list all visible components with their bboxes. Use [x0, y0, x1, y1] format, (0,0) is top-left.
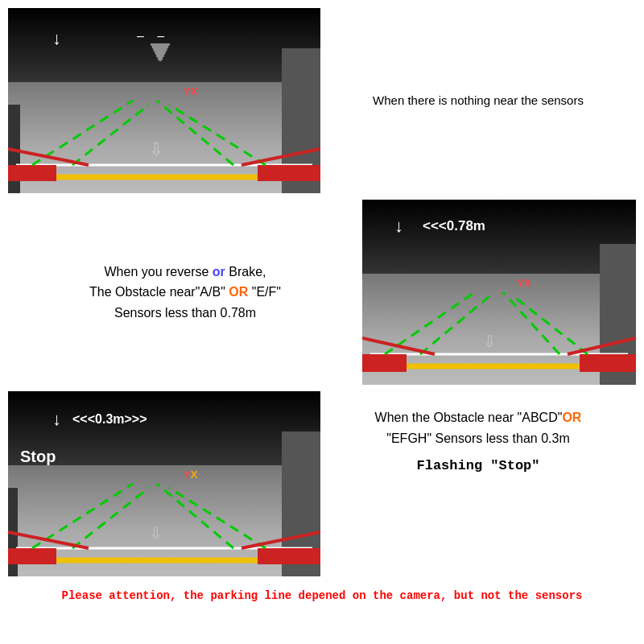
svg-rect-9	[8, 165, 56, 181]
row2-info: When you reverse or Brake, The Obstacle …	[8, 262, 362, 324]
camera-view-1: ⯅ ↓ – – YX ⇩	[8, 8, 320, 193]
svg-text:⇩: ⇩	[483, 332, 497, 350]
bottom-notice: Please attention, the parking line depen…	[8, 583, 636, 609]
row2-line2: The Obstacle near"A/B" OR "E/F"	[20, 282, 350, 303]
row1-caption-text: When there is nothing near the sensors	[373, 93, 584, 107]
svg-text:YX: YX	[184, 469, 198, 481]
row2-line3: Sensors less than 0.78m	[20, 303, 350, 324]
svg-text:↓: ↓	[52, 409, 61, 429]
svg-text:YX: YX	[517, 277, 531, 289]
row3-or: OR	[562, 411, 581, 424]
svg-text:↓: ↓	[52, 28, 61, 48]
svg-text:⯅: ⯅	[149, 39, 171, 64]
svg-text:Stop: Stop	[20, 448, 56, 465]
row1: ⯅ ↓ – – YX ⇩ When there is nothing near …	[8, 8, 636, 193]
camera-view-3: YX ↓ <<<0.3m>>> Stop ⇩	[8, 391, 320, 576]
row3-line2: "EFGH" Sensors less than 0.3m	[332, 428, 624, 449]
svg-text:<<<0.78m: <<<0.78m	[423, 218, 485, 233]
main-container: ⯅ ↓ – – YX ⇩ When there is nothing near …	[0, 0, 644, 644]
svg-text:⇩: ⇩	[149, 524, 163, 542]
svg-rect-10	[258, 165, 320, 181]
row3-line1: When the Obstacle near "ABCD"OR	[332, 407, 624, 428]
svg-rect-28	[362, 354, 407, 372]
row1-caption: When there is nothing near the sensors	[320, 91, 636, 110]
row2: When you reverse or Brake, The Obstacle …	[8, 200, 636, 385]
svg-rect-23	[362, 200, 636, 274]
svg-rect-47	[8, 548, 56, 564]
camera-view-2: ↓ <<<0.78m YX ⇩	[362, 200, 636, 385]
svg-text:<<<0.3m>>>: <<<0.3m>>>	[72, 412, 147, 426]
svg-text:YX: YX	[184, 85, 198, 97]
svg-text:–  –: – –	[137, 29, 169, 43]
row2-line1: When you reverse or Brake,	[20, 262, 350, 283]
svg-text:↓: ↓	[394, 216, 403, 236]
svg-text:⇩: ⇩	[149, 139, 163, 159]
row3-info: When the Obstacle near "ABCD"OR "EFGH" S…	[320, 391, 636, 477]
row3: YX ↓ <<<0.3m>>> Stop ⇩ When the Obstacle…	[8, 391, 636, 576]
row3-flash: Flashing "Stop"	[332, 455, 624, 477]
svg-rect-48	[258, 548, 320, 564]
svg-rect-29	[580, 354, 636, 372]
